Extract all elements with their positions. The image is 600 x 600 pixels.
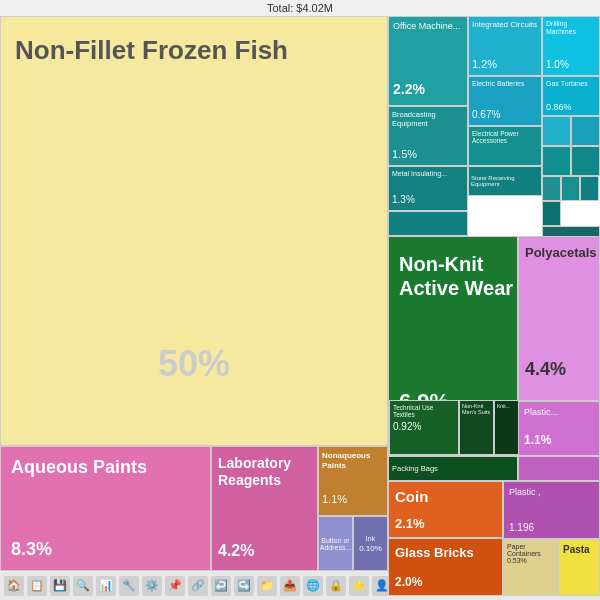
packing-extra-cell[interactable]	[518, 456, 600, 481]
folder-icon[interactable]: 📁	[257, 576, 277, 596]
glass-label: Glass Bricks	[395, 545, 474, 560]
integrated-label: Integrated Circuits	[472, 20, 537, 30]
aqueous-cell[interactable]: Aqueous Paints 8.3%	[0, 446, 211, 571]
integrated-col: Integrated Circuits 1.2% Electric Batter…	[468, 16, 542, 236]
nonaqueous-pct: 1.1%	[322, 493, 347, 505]
pasta-label: Pasta	[563, 544, 590, 555]
gas-turbines-cell[interactable]: Gas Turbines 0.86%	[542, 76, 600, 116]
ink-pct: 0.10%	[359, 544, 382, 553]
drilling-label: Drilling Machines	[546, 20, 599, 37]
ink-cell[interactable]: Ink 0.10%	[353, 516, 388, 571]
tech-pct: 0.92%	[393, 421, 455, 432]
glass-bricks-cell[interactable]: Glass Bricks 2.0%	[388, 538, 503, 596]
paper-pct: 0.53%	[507, 557, 527, 564]
polyacetals-col: Polyacetals 4.4% Plastic... 1.1%	[518, 236, 600, 456]
plastic-label: Plastic ,	[509, 487, 541, 497]
nonknit-label: Non-Knit Active Wear	[399, 252, 517, 300]
clipboard-icon[interactable]: 📋	[27, 576, 47, 596]
nonaqueous-col: Nonaqueous Paints 1.1% Button or Address…	[318, 446, 388, 571]
plastic-pct: 1.196	[509, 522, 534, 533]
nonknit-cell[interactable]: Non-Knit Active Wear 6.9% Technical Use …	[388, 236, 518, 456]
eb-pct: 0.67%	[472, 109, 500, 120]
right-small-col: Plastic , 1.196 Paper Containers 0.53% P…	[503, 481, 600, 596]
lab-reagents-cell[interactable]: Laboratory Reagents 4.2%	[211, 446, 318, 571]
electrical-power-cell[interactable]: Electrical Power Accessories	[468, 126, 542, 166]
poly-label: Polyacetals	[525, 245, 597, 261]
stone-receiving-cell[interactable]: Stone Receiving Equipment	[468, 166, 542, 196]
coin-pct: 2.1%	[395, 516, 425, 531]
nonknit-mens-cell[interactable]: Non-Knit Men's Suits	[459, 400, 494, 455]
redo-icon[interactable]: ↪️	[234, 576, 254, 596]
chart-icon[interactable]: 📊	[96, 576, 116, 596]
office-machine-cell[interactable]: Office Machine... 2.2%	[388, 16, 468, 106]
gt-pct: 0.86%	[546, 102, 572, 112]
office-label: Office Machine...	[393, 21, 460, 32]
pasta-cell[interactable]: Pasta	[558, 539, 600, 596]
gear-icon[interactable]: ⚙️	[142, 576, 162, 596]
tech-label: Technical Use Textiles	[393, 404, 433, 418]
nonaqueous-cell[interactable]: Nonaqueous Paints 1.1%	[318, 446, 388, 516]
aqueous-label: Aqueous Paints	[11, 457, 147, 479]
broadcasting-label: Broadcasting Equipment	[392, 110, 467, 128]
coin-glass-col: Coin 2.1% Glass Bricks 2.0%	[388, 481, 503, 596]
technical-textiles-cell[interactable]: Technical Use Textiles 0.92%	[389, 400, 459, 455]
knit-cell[interactable]: Knit...	[494, 400, 519, 455]
packing-row: Packing Bags	[388, 456, 600, 481]
link-icon[interactable]: 🔗	[188, 576, 208, 596]
treemap: Non-Fillet Frozen Fish 50% Aqueous Paint…	[0, 16, 600, 571]
office-pct: 2.2%	[393, 81, 425, 97]
coin-cell[interactable]: Coin 2.1%	[388, 481, 503, 538]
settings-icon[interactable]: 🔧	[119, 576, 139, 596]
integrated-pct: 1.2%	[472, 58, 497, 70]
nonaqueous-label: Nonaqueous Paints	[322, 451, 387, 470]
integrated-circuits-cell[interactable]: Integrated Circuits 1.2%	[468, 16, 542, 76]
bottom-row: Aqueous Paints 8.3% Laboratory Reagents …	[0, 446, 388, 571]
button-ink-row: Button or Address... Ink 0.10%	[318, 516, 388, 571]
small-cell-4[interactable]	[571, 146, 600, 176]
star-icon[interactable]: ⭐	[349, 576, 369, 596]
small-cell-5[interactable]	[542, 176, 561, 201]
small-cell-1[interactable]	[542, 116, 571, 146]
lab-pct: 4.2%	[218, 542, 254, 560]
electric-batteries-cell[interactable]: Electric Batteries 0.67%	[468, 76, 542, 126]
metal-label: Metal Insulating...	[392, 170, 447, 177]
pin-icon[interactable]: 📌	[165, 576, 185, 596]
coin-label: Coin	[395, 488, 428, 505]
save-icon[interactable]: 💾	[50, 576, 70, 596]
nonfillet-label: Non-Fillet Frozen Fish	[15, 35, 288, 66]
small-grid	[542, 116, 600, 236]
total-label: Total: $4.02M	[267, 2, 333, 14]
left-column: Non-Fillet Frozen Fish 50% Aqueous Paint…	[0, 16, 388, 571]
plastics-cell[interactable]: Plastic... 1.1%	[518, 401, 600, 456]
small-cell-8[interactable]	[542, 201, 561, 226]
eb-label: Electric Batteries	[472, 80, 525, 87]
button-cell[interactable]: Button or Address...	[318, 516, 353, 571]
packing-bags-cell[interactable]: Packing Bags	[388, 456, 518, 481]
metal-pct: 1.3%	[392, 194, 415, 205]
globe-icon[interactable]: 🌐	[303, 576, 323, 596]
metal-insulating-cell[interactable]: Metal Insulating... 1.3%	[388, 166, 468, 211]
small-cell-3[interactable]	[542, 146, 571, 176]
paper-containers-cell[interactable]: Paper Containers 0.53%	[503, 539, 558, 596]
top-right: Office Machine... 2.2% Broadcasting Equi…	[388, 16, 600, 236]
plastic-1196-cell[interactable]: Plastic , 1.196	[503, 481, 600, 539]
small-cell-2[interactable]	[571, 116, 600, 146]
small-cell-6[interactable]	[561, 176, 580, 201]
drilling-pct: 1.0%	[546, 59, 569, 70]
polyacetals-cell[interactable]: Polyacetals 4.4%	[518, 236, 600, 401]
search-icon[interactable]: 🔍	[73, 576, 93, 596]
plastics-pct: 1.1%	[524, 433, 551, 447]
small-cell-7[interactable]	[580, 176, 599, 201]
lock-icon[interactable]: 🔒	[326, 576, 346, 596]
nonfillet-cell[interactable]: Non-Fillet Frozen Fish 50%	[0, 16, 388, 446]
upload-icon[interactable]: 📤	[280, 576, 300, 596]
metal-extra-cell[interactable]	[388, 211, 468, 236]
broadcasting-cell[interactable]: Broadcasting Equipment 1.5%	[388, 106, 468, 166]
right-column: Office Machine... 2.2% Broadcasting Equi…	[388, 16, 600, 571]
drilling-machines-cell[interactable]: Drilling Machines 1.0%	[542, 16, 600, 76]
undo-icon[interactable]: ↩️	[211, 576, 231, 596]
home-icon[interactable]: 🏠	[4, 576, 24, 596]
nonfillet-pct: 50%	[1, 343, 387, 385]
glass-pct: 2.0%	[395, 575, 422, 589]
gt-label: Gas Turbines	[546, 80, 588, 88]
